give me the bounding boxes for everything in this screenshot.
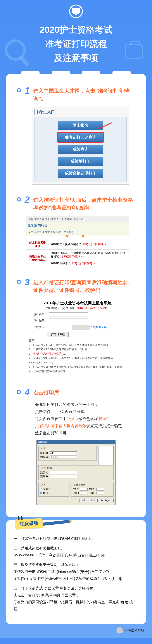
form-subtitle: 打印准考证（考试日期：2016-5-28 — 2016-5-29） [26, 306, 129, 312]
ok-button[interactable]: 确定 [79, 499, 88, 502]
refresh-captcha-link[interactable]: * 刷新验证码 [91, 325, 107, 329]
form-title: 2016年护士执业资格考试网上报名系统 [26, 298, 129, 306]
note-item: 二、禁用或卸载有关拦截工具。 (WindowsXP：关闭IE浏览器[工具]中[弹… [14, 545, 138, 558]
logo-shield-icon [72, 8, 80, 15]
step-2: 2 进入准考证打印/页面后，点击护士执业资格考试的"准考证打印/查询 当前位置：… [6, 190, 146, 273]
table-row: 高级卫生专业技术资格考试 2018年度国家卫生健康委药品审评和联系单位高级专业技… [26, 250, 129, 260]
note-item: 三、调整IE浏览器安全级别。具体方法： ①依次点击IE浏览器[工具]-[Inte… [14, 561, 138, 582]
step-1: 1 进入中国卫生人才网，点击"准考证打印/查询"。 | 考生入口 网上报名 准考… [6, 82, 146, 190]
radio-landscape[interactable] [40, 492, 42, 494]
exam-category: 护士执业资格考试 [26, 239, 49, 250]
footer: 创序医考总校 [0, 626, 152, 638]
exam-name: 2018年高级考试 [51, 262, 70, 265]
step-4: 4 点击打印后 会弹出所要打印的准考证的一个网页 点击文件——>页面设置菜单 将… [6, 383, 146, 511]
note-item: 四、打印前请先从"页面设置"中把页眉、页脚清空： ①点击IE窗口"文件"菜单中的… [14, 585, 138, 612]
breadcrumb: 当前位置：首页 > 考生入口 > 准考证打印专区 [26, 216, 129, 222]
screenshot-portal: | 考生入口 网上报名 准考证打印／查询 成绩查询 成绩单打印 成绩合格证明打印 [32, 107, 129, 184]
header-logo [0, 0, 152, 21]
cancel-button[interactable]: 取消 [89, 499, 98, 502]
step-number: 4 [25, 388, 30, 397]
input-header[interactable] [50, 471, 77, 474]
group-paper: 纸张 [41, 447, 46, 450]
step-title: 进入准考证打印/查询页面后准确填写姓名、证件类型、证件编号、校验码 [33, 278, 135, 294]
select-id-type[interactable] [49, 312, 88, 317]
label-id: 证件编号： [29, 319, 47, 322]
screenshot-form: 2016年护士执业资格考试网上报名系统 打印准考证（考试日期：2016-5-28… [26, 298, 129, 377]
printer-button[interactable]: 打印机(P)... [99, 499, 114, 502]
dialog-titlebar: 页面设置 [37, 440, 115, 444]
notes-body: 一、打印准考证必须使用IE浏览器6.0或以上版本。 二、禁用或卸载有关拦截工具。… [14, 535, 138, 612]
radio-portrait[interactable] [40, 488, 42, 490]
arrow-down-icon [65, 236, 68, 238]
page-setup-dialog: 页面设置 纸张 大小(Z):A4 来源(S):自动选择 页眉和页脚 页眉(H): [36, 440, 116, 505]
exam-table: 护士执业资格考试 2018年护士执业资格考试 准考证打印/查询>> 高级卫生专业… [26, 239, 129, 267]
input-id-number[interactable] [49, 318, 88, 323]
pencil-icon [42, 520, 70, 526]
input-footer[interactable] [50, 475, 77, 478]
exam-name: 2018年护士执业资格考试 [51, 243, 82, 246]
group-orientation: 方向 [41, 484, 46, 486]
arrow-annotation [26, 236, 129, 239]
exam-category: 高级卫生专业技术资格考试 [26, 250, 49, 267]
select-paper-size[interactable]: A4 [50, 452, 77, 455]
print-ticket-button[interactable]: 打印准考证 [47, 332, 68, 337]
steps-sheet: 1 进入中国卫生人才网，点击"准考证打印/查询"。 | 考生入口 网上报名 准考… [6, 74, 146, 517]
captcha-image [71, 324, 90, 330]
notes-tag: 注意事项 [15, 518, 43, 529]
step-number: 3 [25, 278, 30, 287]
step-title: 点击打印后 [33, 388, 135, 396]
section-subheading: 全国卫生专业技术资格考试（中初级） [26, 229, 129, 236]
print-link[interactable]: 准考证打印/查询>> [83, 243, 106, 246]
page-title: 2020护士资格考试 准考证打印流程 及注意事项 [0, 21, 152, 71]
portal-btn-score-print[interactable]: 成绩单打印 [58, 157, 103, 166]
logo-circle [69, 4, 83, 18]
screenshot-exam-list: 当前位置：首页 > 考生入口 > 准考证打印专区 准考证打印专区 全国卫生专业技… [26, 216, 129, 267]
step-number: 2 [25, 195, 30, 204]
input-margin-bottom[interactable] [96, 492, 104, 494]
note-item: 一、打印准考证必须使用IE浏览器6.0或以上版本。 [14, 535, 138, 542]
input-margin-left[interactable] [80, 488, 88, 491]
form-notes: 提示： 1、打印准考证打印前，考生须先下载PDF版并阅读下述工具后再打印； 2、… [26, 337, 129, 375]
group-headerfooter: 页眉和页脚 [41, 467, 53, 470]
step-bullet [17, 280, 21, 284]
portal-header: | 考生入口 [35, 109, 127, 114]
input-margin-top[interactable] [80, 492, 88, 494]
portal-btn-cert-print[interactable]: 成绩合格证明打印 [58, 169, 103, 178]
step-bullet [17, 88, 21, 92]
print-link[interactable]: 准考证打印/查询>> [72, 262, 95, 265]
magnifier-icon [5, 40, 26, 60]
notes-section: 注意事项 一、打印准考证必须使用IE浏览器6.0或以上版本。 二、禁用或卸载有关… [6, 520, 146, 624]
step-title: 进入中国卫生人才网，点击"准考证打印/查询"。 [33, 86, 135, 102]
sheet-tabs-decoration [6, 71, 146, 77]
step-body: 会弹出所要打印的准考证的一个网页 点击文件——>页面设置菜单 将页面设置窗口中"… [17, 401, 135, 436]
select-paper-source[interactable]: 自动选择 [50, 455, 77, 459]
label-type: 证件类型： [29, 313, 47, 316]
portal-btn-print-query[interactable]: 准考证打印／查询 [58, 133, 103, 142]
clipboard-icon [125, 44, 143, 59]
print-link[interactable]: 准考证打印/查询>> [60, 255, 84, 258]
step-3: 3 进入准考证打印/查询页面后准确填写姓名、证件类型、证件编号、校验码 2016… [6, 273, 146, 383]
title-line-1: 2020护士资格考试 [0, 23, 152, 37]
input-captcha[interactable] [49, 325, 70, 329]
wechat-avatar-icon [116, 627, 123, 634]
step-bullet [17, 390, 21, 394]
section-heading: 准考证打印专区 [26, 222, 129, 229]
step-title: 进入准考证打印/页面后，点击护士执业资格考试的"准考证打印/查询 [33, 195, 135, 212]
step-bullet [17, 197, 21, 202]
portal-btn-signup[interactable]: 网上报名 [58, 121, 103, 130]
account-name: 创序医考总校 [124, 628, 144, 633]
input-margin-right[interactable] [96, 488, 104, 491]
arrow-down-icon [82, 236, 85, 238]
group-margins: 页边距(毫米) [73, 484, 87, 486]
step-number: 1 [25, 86, 30, 95]
page-preview [98, 446, 114, 465]
portal-btn-score-query[interactable]: 成绩查询 [58, 145, 103, 154]
table-row: 护士执业资格考试 2018年护士执业资格考试 准考证打印/查询>> [26, 239, 129, 250]
label-captcha: * 校验码： [29, 325, 47, 329]
